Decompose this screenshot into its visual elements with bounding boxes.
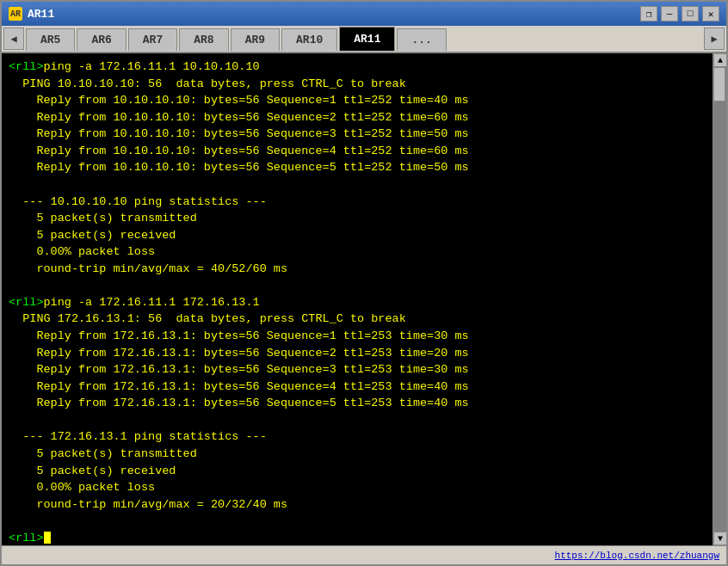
terminal-line-21: 5 packet(s) transmitted	[9, 447, 197, 460]
terminal-line-13b: ping -a 172.16.11.1 172.16.13.1	[44, 296, 260, 309]
restore-button[interactable]: ❐	[640, 6, 657, 22]
terminal-line-19: Reply from 172.16.13.1: bytes=56 Sequenc…	[9, 397, 469, 409]
tab-prev-button[interactable]: ◀	[3, 28, 24, 50]
tab-ar10[interactable]: AR10	[281, 28, 337, 51]
terminal-line-6: Reply from 10.10.10.10: bytes=56 Sequenc…	[9, 145, 469, 157]
terminal-line-13: <rll>	[9, 296, 44, 309]
terminal-line-15: Reply from 172.16.13.1: bytes=56 Sequenc…	[9, 329, 469, 342]
status-bar: https://blog.csdn.net/zhuangw	[2, 545, 726, 564]
terminal-line-16: Reply from 172.16.13.1: bytes=56 Sequenc…	[9, 347, 469, 360]
tab-ar7[interactable]: AR7	[128, 28, 177, 51]
terminal-line-18: Reply from 172.16.13.1: bytes=56 Sequenc…	[9, 380, 469, 393]
scrollbar-thumb[interactable]	[713, 67, 725, 102]
tab-ar9[interactable]: AR9	[231, 28, 280, 51]
tab-ar11[interactable]: AR11	[339, 27, 395, 51]
terminal-line-3: Reply from 10.10.10.10: bytes=56 Sequenc…	[9, 94, 469, 107]
terminal-line-17: Reply from 172.16.13.1: bytes=56 Sequenc…	[9, 363, 469, 376]
terminal-line-22: 5 packet(s) received	[9, 464, 176, 477]
terminal-line-1b: ping -a 172.16.11.1 10.10.10.10	[44, 60, 260, 73]
status-link[interactable]: https://blog.csdn.net/zhuangw	[555, 551, 719, 561]
tab-next-button[interactable]: ▶	[704, 28, 725, 50]
tab-ar5[interactable]: AR5	[26, 28, 75, 51]
terminal-line-2: PING 10.10.10.10: 56 data bytes, press C…	[9, 77, 406, 90]
main-window: AR AR11 ❐ — □ ✕ ◀ AR5 AR6 AR7 AR8 AR9 AR…	[0, 0, 728, 566]
tab-more[interactable]: ...	[397, 28, 446, 51]
terminal-line-24: round-trip min/avg/max = 20/32/40 ms	[9, 498, 287, 511]
tabs-row: ◀ AR5 AR6 AR7 AR8 AR9 AR10 AR11 ... ▶	[2, 26, 726, 53]
terminal-output[interactable]: <rll>ping -a 172.16.11.1 10.10.10.10 PIN…	[2, 53, 713, 545]
terminal-line-20: --- 172.16.13.1 ping statistics ---	[9, 430, 267, 443]
cursor	[44, 532, 51, 544]
scroll-down-button[interactable]: ▼	[713, 532, 726, 545]
tab-ar6[interactable]: AR6	[77, 28, 126, 51]
terminal-wrapper: <rll>ping -a 172.16.11.1 10.10.10.10 PIN…	[2, 53, 726, 545]
terminal-line-4: Reply from 10.10.10.10: bytes=56 Sequenc…	[9, 111, 469, 124]
maximize-button[interactable]: □	[682, 6, 699, 22]
terminal-prompt: <rll>	[9, 532, 44, 544]
title-bar-left: AR AR11	[9, 7, 54, 21]
terminal-line-10: 5 packet(s) received	[9, 229, 176, 242]
scrollbar[interactable]: ▲ ▼	[713, 53, 726, 545]
tab-ar8[interactable]: AR8	[179, 28, 228, 51]
terminal-line-12: round-trip min/avg/max = 40/52/60 ms	[9, 262, 287, 275]
terminal-line-11: 0.00% packet loss	[9, 245, 155, 258]
title-bar: AR AR11 ❐ — □ ✕	[2, 2, 726, 26]
terminal-line-5: Reply from 10.10.10.10: bytes=56 Sequenc…	[9, 127, 469, 140]
scroll-up-button[interactable]: ▲	[713, 53, 726, 67]
terminal-line-9: 5 packet(s) transmitted	[9, 212, 197, 225]
terminal-line-8: --- 10.10.10.10 ping statistics ---	[9, 195, 267, 208]
app-icon: AR	[9, 7, 22, 21]
terminal-line-23: 0.00% packet loss	[9, 481, 155, 494]
terminal-line-1: <rll>	[9, 60, 44, 73]
tabs-container: AR5 AR6 AR7 AR8 AR9 AR10 AR11 ...	[24, 27, 704, 51]
terminal-line-14: PING 172.16.13.1: 56 data bytes, press C…	[9, 312, 406, 325]
window-title: AR11	[28, 8, 54, 21]
close-button[interactable]: ✕	[702, 6, 719, 22]
title-controls: ❐ — □ ✕	[640, 6, 719, 22]
scrollbar-track[interactable]	[713, 67, 726, 532]
minimize-button[interactable]: —	[661, 6, 678, 22]
terminal-line-7: Reply from 10.10.10.10: bytes=56 Sequenc…	[9, 161, 469, 174]
